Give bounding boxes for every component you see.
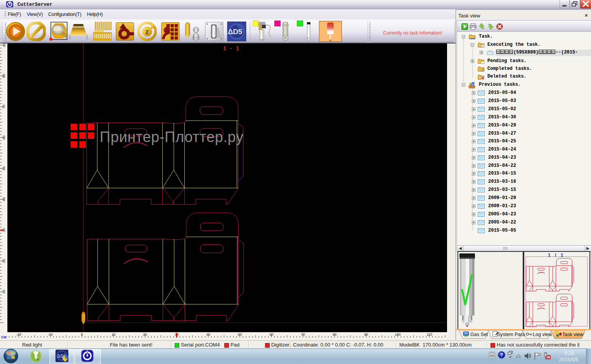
svg-text:80: 80 <box>2 74 6 78</box>
svg-text:ΔD5: ΔD5 <box>228 28 242 36</box>
svg-text:Log view: Log view <box>533 332 552 337</box>
svg-text:100: 100 <box>395 333 400 336</box>
svg-text:?: ? <box>500 352 503 358</box>
svg-text:60: 60 <box>269 333 273 336</box>
svg-text:90: 90 <box>2 43 6 47</box>
svg-text:Принтер-Плоттер.ру: Принтер-Плоттер.ру <box>100 129 243 145</box>
svg-text:CM: CM <box>1 335 7 339</box>
svg-text:40: 40 <box>2 198 6 201</box>
svg-text:70: 70 <box>2 105 6 109</box>
svg-text:-10: -10 <box>48 333 53 336</box>
svg-text:10: 10 <box>2 290 6 294</box>
svg-text:50: 50 <box>238 333 242 336</box>
svg-text:70: 70 <box>301 333 305 336</box>
svg-text:80: 80 <box>333 333 336 336</box>
svg-text:50: 50 <box>2 166 6 170</box>
svg-text:0: 0 <box>81 333 83 336</box>
svg-text:20: 20 <box>143 333 147 336</box>
svg-text:10: 10 <box>111 333 115 336</box>
svg-text:Gas Set: Gas Set <box>470 332 488 337</box>
svg-text:1 - 1: 1 - 1 <box>223 45 240 51</box>
svg-text:-20: -20 <box>16 333 21 336</box>
svg-text:90: 90 <box>364 333 368 336</box>
svg-text:60: 60 <box>2 136 6 140</box>
svg-text:Task view: Task view <box>562 332 584 337</box>
svg-text:20: 20 <box>2 259 6 263</box>
svg-text:110: 110 <box>426 333 432 336</box>
svg-text:z: z <box>146 28 149 36</box>
svg-text:1 / 1: 1 / 1 <box>548 253 565 258</box>
svg-text:40: 40 <box>206 333 210 336</box>
svg-text:System Para: System Para <box>497 332 525 337</box>
